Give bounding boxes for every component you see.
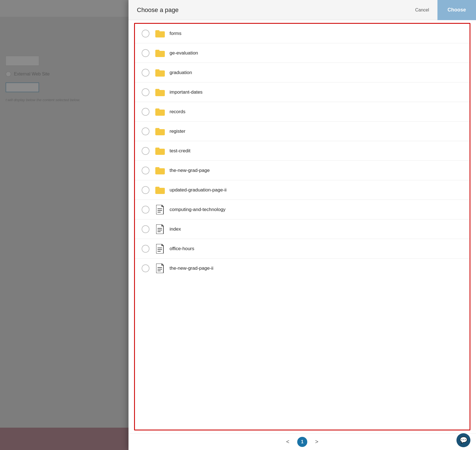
list-item[interactable]: office-hours xyxy=(135,239,470,259)
modal-header: Choose a page Cancel Choose xyxy=(128,0,476,20)
list-item[interactable]: updated-graduation-page-ii xyxy=(135,180,470,200)
page-list: formsge-evaluationgraduationimportant-da… xyxy=(134,23,470,430)
choose-button[interactable]: Choose xyxy=(437,0,476,20)
folder-icon xyxy=(155,69,165,77)
list-item[interactable]: register xyxy=(135,122,470,141)
list-item[interactable]: test-credit xyxy=(135,141,470,161)
item-name: the-new-grad-page-ii xyxy=(170,266,213,271)
modal-title: Choose a page xyxy=(137,6,407,14)
list-item[interactable]: important-dates xyxy=(135,82,470,102)
radio-circle[interactable] xyxy=(142,108,149,116)
document-icon xyxy=(156,224,164,234)
cancel-button[interactable]: Cancel xyxy=(407,0,437,20)
item-name: graduation xyxy=(170,70,192,75)
folder-icon xyxy=(155,147,165,155)
item-name: records xyxy=(170,109,185,115)
radio-circle[interactable] xyxy=(142,245,149,253)
radio-circle[interactable] xyxy=(142,167,149,174)
item-name: test-credit xyxy=(170,148,191,154)
list-item[interactable]: the-new-grad-page-ii xyxy=(135,259,470,278)
item-name: ge-evaluation xyxy=(170,50,198,56)
folder-icon xyxy=(155,167,165,174)
chat-bubble-button[interactable]: 💬 xyxy=(456,433,470,447)
list-item[interactable]: index xyxy=(135,219,470,239)
radio-circle[interactable] xyxy=(142,225,149,233)
radio-circle[interactable] xyxy=(142,30,149,37)
radio-circle[interactable] xyxy=(142,127,149,135)
folder-icon xyxy=(155,108,165,116)
folder-icon xyxy=(155,127,165,135)
radio-circle[interactable] xyxy=(142,186,149,194)
item-name: office-hours xyxy=(170,246,194,252)
list-item[interactable]: forms xyxy=(135,24,470,43)
item-name: register xyxy=(170,129,185,134)
radio-circle[interactable] xyxy=(142,147,149,155)
radio-circle[interactable] xyxy=(142,264,149,272)
item-name: forms xyxy=(170,31,182,36)
item-name: updated-graduation-page-ii xyxy=(170,187,227,193)
chat-icon: 💬 xyxy=(460,437,467,444)
pagination-next[interactable]: > xyxy=(312,436,322,447)
modal-footer: < 1 > 💬 xyxy=(128,433,476,450)
folder-icon xyxy=(155,186,165,194)
radio-circle[interactable] xyxy=(142,49,149,57)
folder-icon xyxy=(155,49,165,57)
list-item[interactable]: the-new-grad-page xyxy=(135,161,470,180)
document-icon xyxy=(156,244,164,254)
item-name: computing-and-technology xyxy=(170,207,225,212)
document-icon xyxy=(156,205,164,214)
pagination-prev[interactable]: < xyxy=(283,436,293,447)
document-icon xyxy=(156,264,164,273)
folder-icon xyxy=(155,88,165,96)
list-item[interactable]: ge-evaluation xyxy=(135,43,470,63)
item-name: index xyxy=(170,226,181,232)
radio-circle[interactable] xyxy=(142,206,149,214)
folder-icon xyxy=(155,30,165,37)
choose-page-modal: Choose a page Cancel Choose formsge-eval… xyxy=(128,0,476,450)
list-item[interactable]: computing-and-technology xyxy=(135,200,470,219)
radio-circle[interactable] xyxy=(142,88,149,96)
list-item[interactable]: records xyxy=(135,102,470,122)
radio-circle[interactable] xyxy=(142,69,149,77)
item-name: the-new-grad-page xyxy=(170,168,210,173)
list-item[interactable]: graduation xyxy=(135,63,470,82)
item-name: important-dates xyxy=(170,89,203,95)
pagination-current-page: 1 xyxy=(297,437,307,447)
